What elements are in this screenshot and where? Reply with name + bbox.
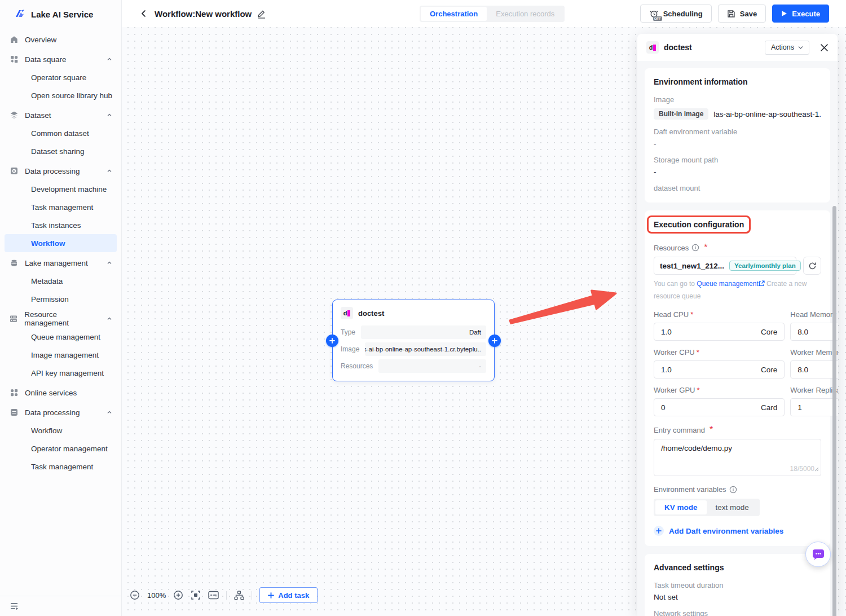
sidebar-item-online-services[interactable]: Online services [0, 384, 121, 402]
sidebar-item-operator-management[interactable]: Operator management [5, 439, 117, 457]
sidebar-item-label: Permission [31, 295, 69, 303]
sidebar-item-queue-management[interactable]: Queue management [5, 328, 117, 346]
sidebar-item-operator-square[interactable]: Operator square [5, 68, 117, 86]
sidebar-item-task-instances[interactable]: Task instances [5, 216, 117, 234]
save-button[interactable]: Save [718, 5, 766, 23]
external-link-icon [759, 279, 765, 291]
info-icon[interactable] [729, 486, 737, 494]
sidebar-item-task-management[interactable]: Task management [5, 198, 117, 216]
sidebar-item-permission[interactable]: Permission [5, 290, 117, 308]
sidebar-item-resource-management[interactable]: Resource management [0, 310, 121, 328]
annotation-arrow [502, 282, 632, 338]
sidebar-item-dataset[interactable]: Dataset [0, 106, 121, 124]
sidebar-item-label: Task management [31, 203, 93, 212]
sidebar-nav: Overview Data square Operator square Ope… [0, 24, 121, 596]
sidebar-item-development-machine[interactable]: Development machine [5, 180, 117, 198]
unit-label: Card [761, 403, 777, 412]
scheduling-off-badge: OFF [653, 16, 662, 21]
worker-replicas-input[interactable] [797, 403, 838, 412]
plus-icon [268, 592, 274, 599]
app-logo-icon [14, 8, 26, 20]
unit-label: Core [761, 328, 777, 336]
collapse-sidebar-icon[interactable] [10, 602, 19, 610]
worker-memory-input[interactable] [797, 366, 838, 374]
info-icon[interactable] [691, 244, 699, 252]
chevron-up-icon [107, 56, 112, 62]
auto-layout-icon[interactable] [234, 591, 244, 600]
tab-execution-records[interactable]: Execution records [487, 7, 563, 21]
sidebar-item-data-processing-2[interactable]: Data processing [0, 403, 121, 421]
task-node-doctest[interactable]: d doctest Type Daft Image las-ai-bp-onli… [332, 300, 495, 381]
node-type-label: Type [341, 328, 355, 336]
back-icon[interactable] [140, 10, 148, 17]
zoom-out-icon[interactable] [130, 590, 140, 600]
sidebar-item-label: Data processing [25, 167, 80, 175]
chevron-up-icon [107, 260, 112, 266]
sidebar-item-overview[interactable]: Overview [0, 30, 121, 49]
sidebar-item-dataset-sharing[interactable]: Dataset sharing [5, 142, 117, 160]
field-worker-memory: Worker Memory* GiB [790, 348, 838, 379]
sidebar-footer [0, 596, 121, 616]
daft-icon-letter: d [649, 44, 653, 51]
fit-view-icon[interactable] [191, 590, 201, 600]
required-mark: * [697, 386, 699, 394]
edit-title-icon[interactable] [257, 9, 266, 19]
sidebar-item-image-management[interactable]: Image management [5, 346, 117, 364]
chevron-up-icon [107, 168, 112, 174]
feedback-chat-button[interactable] [805, 542, 831, 567]
refresh-button[interactable] [803, 257, 821, 275]
field-worker-cpu: Worker CPU* Core [654, 348, 785, 379]
daft-env-variable-value: - [654, 139, 821, 148]
worker-gpu-input[interactable] [661, 403, 761, 412]
worker-cpu-input[interactable] [661, 366, 761, 374]
brand: Lake AI Service [0, 0, 121, 24]
head-cpu-input[interactable] [661, 328, 761, 336]
sidebar-item-metadata[interactable]: Metadata [5, 272, 117, 290]
kv-mode-tab[interactable]: KV mode [655, 500, 707, 514]
zoom-in-icon[interactable] [173, 590, 183, 600]
head-memory-input[interactable] [797, 328, 838, 336]
node-row-type: Type Daft [341, 325, 486, 339]
sidebar-item-common-dataset[interactable]: Common dataset [5, 124, 117, 142]
online-services-icon [9, 388, 19, 398]
add-daft-env-variables-button[interactable]: Add Daft environment variables [654, 526, 821, 536]
envvar-mode-switch: KV mode text mode [654, 499, 760, 516]
resize-handle-icon[interactable] [814, 464, 819, 474]
sidebar-item-workflow[interactable]: Workflow [5, 234, 117, 252]
add-task-button[interactable]: Add task [259, 587, 318, 603]
tab-orchestration[interactable]: Orchestration [421, 7, 487, 21]
required-mark: * [710, 425, 713, 435]
highlight-annotation: Execution configuration [647, 215, 751, 234]
minimap-icon[interactable] [208, 591, 219, 600]
sidebar-item-lake-management[interactable]: Lake management [0, 254, 121, 272]
execute-button[interactable]: Execute [772, 5, 829, 23]
app-root: Lake AI Service Overview Data square Ope… [0, 0, 846, 616]
text-mode-tab[interactable]: text mode [707, 500, 758, 514]
panel-body: Environment information Image Built-in i… [637, 61, 838, 616]
queue-management-link[interactable]: Queue management [697, 280, 758, 288]
sidebar-item-task-management-2[interactable]: Task management [5, 457, 117, 476]
sidebar-item-label: Open source library hub [31, 91, 112, 100]
sidebar-item-data-square[interactable]: Data square [0, 50, 121, 68]
actions-button[interactable]: Actions [765, 41, 809, 55]
resource-queue-select[interactable]: test1_new1_212... Yearly/monthly plan [654, 257, 796, 275]
field-label: Worker Memory [790, 348, 838, 357]
node-add-right-port[interactable] [488, 335, 501, 347]
view-tabs: Orchestration Execution records [420, 6, 565, 22]
sidebar-item-api-key-management[interactable]: API key management [5, 364, 117, 382]
node-add-left-port[interactable] [326, 335, 338, 347]
field-label: Worker CPU [654, 348, 695, 357]
close-icon[interactable] [820, 43, 829, 52]
sidebar-item-open-source-library-hub[interactable]: Open source library hub [5, 86, 117, 104]
node-row-image: Image las-ai-bp-online-ap-southeast-1.cr… [341, 342, 486, 356]
sidebar-item-label: Task instances [31, 221, 81, 230]
panel-scrollbar[interactable] [832, 206, 836, 616]
scheduling-button[interactable]: OFF Scheduling [640, 5, 712, 23]
node-row-resources: Resources - [341, 359, 486, 373]
chat-bubble-icon [811, 548, 826, 561]
network-settings-label: Network settings [654, 609, 821, 616]
execution-configuration-card: Execution configuration Resources * test… [645, 210, 830, 546]
database-icon [9, 258, 19, 268]
sidebar-item-workflow-2[interactable]: Workflow [5, 421, 117, 439]
sidebar-item-data-processing[interactable]: Data processing [0, 162, 121, 180]
